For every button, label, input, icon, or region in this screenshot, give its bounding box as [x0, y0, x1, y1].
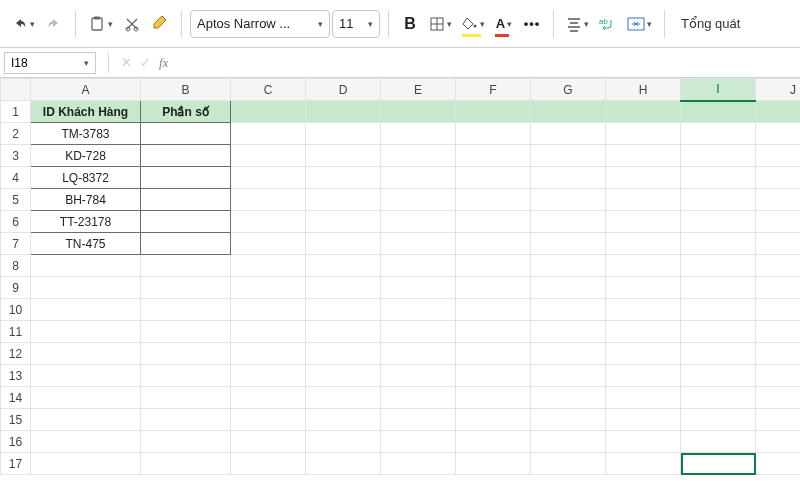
cell-D9[interactable]: [306, 277, 381, 299]
column-header-J[interactable]: J: [756, 79, 801, 101]
font-family-select[interactable]: Aptos Narrow ... ▾: [190, 10, 330, 38]
cell-E15[interactable]: [381, 409, 456, 431]
cell-F6[interactable]: [456, 211, 531, 233]
cell-A3[interactable]: KD-728: [31, 145, 141, 167]
cell-D10[interactable]: [306, 299, 381, 321]
cell-J6[interactable]: [756, 211, 801, 233]
cell-J8[interactable]: [756, 255, 801, 277]
cell-A7[interactable]: TN-475: [31, 233, 141, 255]
cell-B4[interactable]: [141, 167, 231, 189]
cell-H11[interactable]: [606, 321, 681, 343]
cell-D13[interactable]: [306, 365, 381, 387]
row-header[interactable]: 3: [1, 145, 31, 167]
cell-D7[interactable]: [306, 233, 381, 255]
cell-J15[interactable]: [756, 409, 801, 431]
cell-C12[interactable]: [231, 343, 306, 365]
cell-C8[interactable]: [231, 255, 306, 277]
cell-I7[interactable]: [681, 233, 756, 255]
cell-B1[interactable]: Phần số: [141, 101, 231, 123]
cell-G5[interactable]: [531, 189, 606, 211]
cell-H9[interactable]: [606, 277, 681, 299]
cell-C7[interactable]: [231, 233, 306, 255]
cell-H12[interactable]: [606, 343, 681, 365]
cell-E16[interactable]: [381, 431, 456, 453]
name-box[interactable]: ▾: [4, 52, 96, 74]
cell-D4[interactable]: [306, 167, 381, 189]
cell-C3[interactable]: [231, 145, 306, 167]
cell-C4[interactable]: [231, 167, 306, 189]
cell-B16[interactable]: [141, 431, 231, 453]
cell-G9[interactable]: [531, 277, 606, 299]
align-center-button[interactable]: ▾: [562, 9, 593, 39]
cell-B8[interactable]: [141, 255, 231, 277]
confirm-formula-icon[interactable]: ✓: [140, 55, 151, 70]
cell-A12[interactable]: [31, 343, 141, 365]
cell-G10[interactable]: [531, 299, 606, 321]
column-header-E[interactable]: E: [381, 79, 456, 101]
cell-E2[interactable]: [381, 123, 456, 145]
cell-A5[interactable]: BH-784: [31, 189, 141, 211]
cell-I11[interactable]: [681, 321, 756, 343]
cell-F5[interactable]: [456, 189, 531, 211]
cell-G4[interactable]: [531, 167, 606, 189]
cell-J4[interactable]: [756, 167, 801, 189]
cell-E6[interactable]: [381, 211, 456, 233]
cell-G8[interactable]: [531, 255, 606, 277]
cell-H8[interactable]: [606, 255, 681, 277]
cell-E1[interactable]: [381, 101, 456, 123]
cell-E12[interactable]: [381, 343, 456, 365]
cell-D3[interactable]: [306, 145, 381, 167]
cell-D1[interactable]: [306, 101, 381, 123]
cell-E13[interactable]: [381, 365, 456, 387]
cell-G6[interactable]: [531, 211, 606, 233]
more-font-button[interactable]: •••: [519, 9, 545, 39]
cell-G13[interactable]: [531, 365, 606, 387]
cell-A6[interactable]: TT-23178: [31, 211, 141, 233]
cell-J3[interactable]: [756, 145, 801, 167]
cell-I1[interactable]: [681, 101, 756, 123]
cell-E10[interactable]: [381, 299, 456, 321]
cell-H4[interactable]: [606, 167, 681, 189]
cell-C16[interactable]: [231, 431, 306, 453]
cell-C6[interactable]: [231, 211, 306, 233]
wrap-text-button[interactable]: ab: [595, 9, 621, 39]
cell-I8[interactable]: [681, 255, 756, 277]
cell-D8[interactable]: [306, 255, 381, 277]
cell-C5[interactable]: [231, 189, 306, 211]
row-header[interactable]: 11: [1, 321, 31, 343]
cell-J14[interactable]: [756, 387, 801, 409]
merge-cells-button[interactable]: ▾: [623, 9, 656, 39]
cell-J5[interactable]: [756, 189, 801, 211]
cell-E9[interactable]: [381, 277, 456, 299]
cell-A10[interactable]: [31, 299, 141, 321]
row-header[interactable]: 13: [1, 365, 31, 387]
cell-B10[interactable]: [141, 299, 231, 321]
row-header[interactable]: 14: [1, 387, 31, 409]
column-header-G[interactable]: G: [531, 79, 606, 101]
row-header[interactable]: 15: [1, 409, 31, 431]
cut-button[interactable]: [119, 9, 145, 39]
column-header-B[interactable]: B: [141, 79, 231, 101]
column-header-C[interactable]: C: [231, 79, 306, 101]
cell-F8[interactable]: [456, 255, 531, 277]
cell-I10[interactable]: [681, 299, 756, 321]
cell-G14[interactable]: [531, 387, 606, 409]
cell-G12[interactable]: [531, 343, 606, 365]
cell-J7[interactable]: [756, 233, 801, 255]
cell-E7[interactable]: [381, 233, 456, 255]
cell-A16[interactable]: [31, 431, 141, 453]
column-header-A[interactable]: A: [31, 79, 141, 101]
cell-A4[interactable]: LQ-8372: [31, 167, 141, 189]
cell-I16[interactable]: [681, 431, 756, 453]
cell-H10[interactable]: [606, 299, 681, 321]
cell-F10[interactable]: [456, 299, 531, 321]
cell-E17[interactable]: [381, 453, 456, 475]
cell-D17[interactable]: [306, 453, 381, 475]
row-header[interactable]: 8: [1, 255, 31, 277]
column-header-H[interactable]: H: [606, 79, 681, 101]
cell-B12[interactable]: [141, 343, 231, 365]
cell-H2[interactable]: [606, 123, 681, 145]
cell-G17[interactable]: [531, 453, 606, 475]
cell-D6[interactable]: [306, 211, 381, 233]
cell-F16[interactable]: [456, 431, 531, 453]
